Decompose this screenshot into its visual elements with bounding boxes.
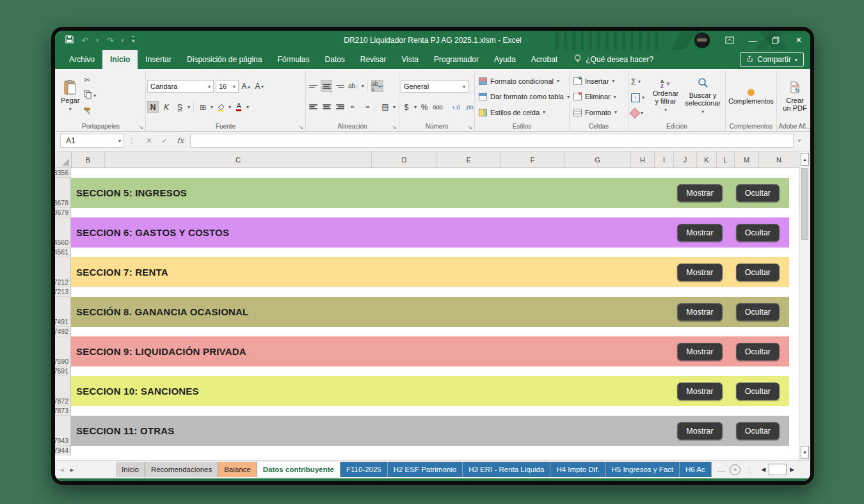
number-dialog-launcher-icon[interactable]: ↘ bbox=[467, 124, 472, 130]
ribbon-tab-datos[interactable]: Datos bbox=[317, 50, 352, 69]
row-header-3356[interactable]: 3356 bbox=[55, 168, 71, 178]
cut-icon[interactable]: ✂ bbox=[84, 75, 90, 84]
mostrar-button[interactable]: Mostrar bbox=[677, 343, 722, 361]
ribbon-tab-disposicion-de-pagina[interactable]: Disposición de página bbox=[179, 50, 269, 69]
row-header-7944[interactable]: 7944 bbox=[55, 446, 71, 455]
sheet-tab-datos-contribuyente[interactable]: Datos contribuyente bbox=[257, 462, 340, 477]
copy-icon[interactable] bbox=[84, 90, 92, 101]
row-cells[interactable] bbox=[71, 366, 799, 376]
row-cells[interactable]: SECCION 9: LIQUIDACIÓN PRIVADAMostrarOcu… bbox=[71, 336, 799, 366]
borders-icon[interactable]: ⊞ bbox=[197, 101, 209, 113]
orientation-icon[interactable]: ab⟋ bbox=[348, 80, 360, 92]
copy-dropdown-icon[interactable]: ▾ bbox=[93, 93, 96, 98]
mostrar-button[interactable]: Mostrar bbox=[677, 264, 722, 281]
percent-format-icon[interactable]: % bbox=[419, 101, 430, 113]
format-cells-button[interactable]: Formato▾ bbox=[573, 106, 627, 119]
ocultar-button[interactable]: Ocultar bbox=[736, 184, 780, 202]
fill-color-icon[interactable] bbox=[215, 101, 227, 113]
sheet-tab-balance[interactable]: Balance bbox=[218, 462, 257, 477]
collapse-ribbon-icon[interactable]: ⌃ bbox=[802, 122, 807, 129]
row-cells[interactable] bbox=[71, 406, 799, 416]
column-header-j[interactable]: J bbox=[674, 152, 697, 168]
align-bottom-icon[interactable] bbox=[334, 80, 346, 92]
ribbon-tab-programador[interactable]: Programador bbox=[426, 50, 486, 69]
orientation-dropdown-icon[interactable]: ▾ bbox=[362, 83, 364, 89]
font-size-select[interactable]: 16▾ bbox=[216, 80, 239, 93]
restore-button[interactable] bbox=[764, 31, 787, 50]
mostrar-button[interactable]: Mostrar bbox=[677, 422, 722, 440]
align-right-icon[interactable] bbox=[334, 101, 346, 113]
account-avatar[interactable] bbox=[694, 32, 710, 49]
insert-function-icon[interactable]: fx bbox=[177, 136, 184, 145]
prev-sheet-icon[interactable]: ◂ bbox=[60, 466, 64, 474]
row-header-7590[interactable]: 7590 bbox=[55, 336, 71, 366]
clipboard-dialog-launcher-icon[interactable]: ↘ bbox=[138, 124, 143, 130]
ribbon-tab-acrobat[interactable]: Acrobat bbox=[524, 50, 565, 69]
next-sheet-icon[interactable]: ▸ bbox=[70, 466, 74, 474]
font-name-select[interactable]: Candara▾ bbox=[147, 80, 214, 93]
enter-formula-icon[interactable]: ✓ bbox=[161, 136, 168, 145]
horizontal-scrollbar-thumb[interactable] bbox=[769, 464, 787, 475]
paste-button[interactable]: Pegar ▾ bbox=[58, 72, 83, 122]
row-header-7212[interactable]: 7212 bbox=[55, 257, 71, 287]
align-center-icon[interactable] bbox=[321, 101, 332, 113]
format-painter-icon[interactable] bbox=[84, 106, 92, 118]
autosum-dropdown-icon[interactable]: ▾ bbox=[638, 79, 641, 84]
column-header-b[interactable]: B bbox=[72, 152, 105, 168]
ocultar-button[interactable]: Ocultar bbox=[736, 264, 780, 281]
ocultar-button[interactable]: Ocultar bbox=[736, 382, 780, 400]
align-top-icon[interactable] bbox=[307, 80, 319, 92]
ocultar-button[interactable]: Ocultar bbox=[736, 303, 780, 321]
align-left-icon[interactable] bbox=[307, 101, 319, 113]
new-sheet-icon[interactable]: + bbox=[730, 464, 740, 475]
hscroll-right-icon[interactable]: ▶ bbox=[787, 464, 797, 475]
column-header-h[interactable]: H bbox=[631, 152, 655, 168]
row-cells[interactable]: SECCIÓN 8. GANANCIA OCASIONALMostrarOcul… bbox=[71, 297, 799, 327]
font-color-dropdown-icon[interactable]: ▾ bbox=[246, 104, 249, 110]
mostrar-button[interactable]: Mostrar bbox=[677, 382, 722, 400]
sheet-tab-h6-ac[interactable]: H6 Ac bbox=[680, 462, 712, 477]
row-header-3678[interactable]: 3678 bbox=[55, 178, 71, 208]
ocultar-button[interactable]: Ocultar bbox=[736, 224, 780, 242]
borders-dropdown-icon[interactable]: ▾ bbox=[211, 104, 213, 110]
row-cells[interactable]: SECCION 6: GASTOS Y COSTOSMostrarOcultar bbox=[71, 217, 799, 248]
delete-cells-button[interactable]: Eliminar▾ bbox=[573, 90, 627, 103]
select-all-corner[interactable] bbox=[55, 152, 72, 168]
ribbon-tab-formulas[interactable]: Fórmulas bbox=[269, 50, 317, 69]
horizontal-scrollbar[interactable]: ◀ ▶ bbox=[758, 464, 797, 475]
sheet-tab-inicio[interactable]: Inicio bbox=[116, 462, 145, 477]
underline-button[interactable]: S bbox=[174, 101, 186, 113]
ribbon-tab-inicio[interactable]: Inicio bbox=[102, 50, 138, 69]
scroll-down-icon[interactable]: ▼ bbox=[801, 446, 809, 459]
find-select-button[interactable]: Buscar y seleccionar ▾ bbox=[682, 72, 724, 122]
name-box[interactable]: A1▾ bbox=[60, 134, 124, 148]
mostrar-button[interactable]: Mostrar bbox=[677, 303, 722, 321]
row-cells[interactable] bbox=[71, 248, 799, 257]
row-header-7873[interactable]: 7873 bbox=[55, 406, 71, 416]
bold-button[interactable]: N bbox=[147, 101, 159, 113]
font-color-icon[interactable]: A bbox=[233, 101, 244, 113]
addins-button[interactable]: Complementos bbox=[725, 88, 777, 106]
more-sheets-indicator[interactable]: ... bbox=[717, 466, 726, 473]
row-header-7591[interactable]: 7591 bbox=[55, 366, 71, 376]
column-header-m[interactable]: M bbox=[735, 152, 759, 168]
clear-dropdown-icon[interactable]: ▾ bbox=[641, 110, 643, 116]
sort-filter-button[interactable]: AZ▼ Ordenar y filtrar ▾ bbox=[650, 72, 682, 122]
column-header-f[interactable]: F bbox=[501, 152, 564, 168]
mostrar-button[interactable]: Mostrar bbox=[677, 224, 722, 242]
ribbon-tab-revisar[interactable]: Revisar bbox=[353, 50, 394, 69]
autosum-icon[interactable]: Σ bbox=[631, 77, 636, 86]
fill-dropdown-icon[interactable]: ▾ bbox=[642, 95, 644, 100]
row-header-7872[interactable]: 7872 bbox=[55, 376, 71, 406]
row-header-7213[interactable]: 7213 bbox=[55, 287, 71, 297]
row-cells[interactable] bbox=[71, 446, 799, 455]
merge-dropdown-icon[interactable]: ▾ bbox=[393, 104, 396, 110]
underline-dropdown-icon[interactable]: ▾ bbox=[188, 104, 190, 110]
sheet-tab-h2-esf-patrimonio[interactable]: H2 ESF Patrimonio bbox=[388, 462, 463, 477]
ribbon-display-options-icon[interactable] bbox=[718, 31, 741, 50]
row-header-7492[interactable]: 7492 bbox=[55, 327, 71, 336]
column-header-i[interactable]: I bbox=[655, 152, 674, 168]
comma-format-icon[interactable]: 000 bbox=[432, 101, 444, 113]
currency-dropdown-icon[interactable]: ▾ bbox=[414, 104, 417, 110]
align-middle-icon[interactable] bbox=[321, 80, 332, 92]
